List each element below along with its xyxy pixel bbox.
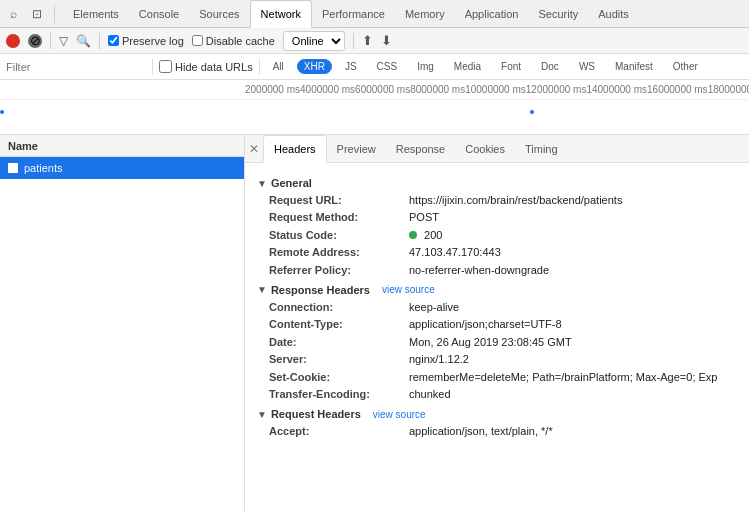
filter-media[interactable]: Media: [447, 59, 488, 74]
filter-all[interactable]: All: [266, 59, 291, 74]
field-referrer-policy: Referrer Policy: no-referrer-when-downgr…: [269, 263, 737, 278]
list-item-patients[interactable]: patients: [0, 157, 244, 179]
request-checkbox-patients: [8, 163, 18, 173]
detail-tab-preview[interactable]: Preview: [327, 135, 386, 163]
tab-audits[interactable]: Audits: [588, 0, 639, 28]
tick-6: 14000000 ms: [586, 84, 647, 95]
filter-ws[interactable]: WS: [572, 59, 602, 74]
record-button[interactable]: [6, 34, 20, 48]
tab-network[interactable]: Network: [250, 0, 312, 28]
devtools-tab-bar: ⌕ ⊡ Elements Console Sources Network Per…: [0, 0, 749, 28]
response-headers-view-source[interactable]: view source: [382, 284, 435, 295]
filter-css[interactable]: CSS: [370, 59, 405, 74]
field-name-connection: Connection:: [269, 300, 409, 315]
tick-0: 2000000 ms: [245, 84, 300, 95]
close-panel-icon[interactable]: ✕: [249, 142, 259, 156]
filter-sep2: [259, 59, 260, 75]
field-transfer-encoding: Transfer-Encoding: chunked: [269, 387, 737, 402]
filter-js[interactable]: JS: [338, 59, 364, 74]
network-toolbar: ⊘ ▽ 🔍 Preserve log Disable cache Online …: [0, 28, 749, 54]
field-value-connection: keep-alive: [409, 300, 459, 315]
tab-performance[interactable]: Performance: [312, 0, 395, 28]
field-value-remote-address: 47.103.47.170:443: [409, 245, 501, 260]
preserve-log-checkbox[interactable]: Preserve log: [108, 35, 184, 47]
tab-console[interactable]: Console: [129, 0, 189, 28]
tab-elements[interactable]: Elements: [63, 0, 129, 28]
response-headers-toggle[interactable]: ▼: [257, 284, 267, 295]
field-value-server: nginx/1.12.2: [409, 352, 469, 367]
request-name-patients: patients: [24, 162, 63, 174]
field-request-url: Request URL: https://ijixin.com/brain/re…: [269, 193, 737, 208]
device-toolbar-icon[interactable]: ⊡: [28, 5, 46, 23]
tick-2: 6000000 ms: [355, 84, 410, 95]
status-code-text: 200: [424, 229, 442, 241]
field-name-content-type: Content-Type:: [269, 317, 409, 332]
timeline-canvas: [0, 100, 749, 134]
field-value-referrer-policy: no-referrer-when-downgrade: [409, 263, 549, 278]
devtools-icons: ⌕ ⊡: [4, 5, 55, 23]
field-name-transfer-encoding: Transfer-Encoding:: [269, 387, 409, 402]
field-value-request-url: https://ijixin.com/brain/rest/backend/pa…: [409, 193, 622, 208]
filter-sep: [152, 59, 153, 75]
detail-tab-timing[interactable]: Timing: [515, 135, 568, 163]
field-accept: Accept: application/json, text/plain, */…: [269, 424, 737, 439]
detail-tab-response[interactable]: Response: [386, 135, 456, 163]
disable-cache-input[interactable]: [192, 35, 203, 46]
filter-input[interactable]: [6, 61, 146, 73]
stop-button[interactable]: ⊘: [28, 34, 42, 48]
preserve-log-input[interactable]: [108, 35, 119, 46]
filter-icon[interactable]: ▽: [59, 34, 68, 48]
request-headers-view-source[interactable]: view source: [373, 409, 426, 420]
filter-doc[interactable]: Doc: [534, 59, 566, 74]
field-value-set-cookie: rememberMe=deleteMe; Path=/brainPlatform…: [409, 370, 717, 385]
general-section-header: ▼ General: [257, 177, 737, 189]
filter-manifest[interactable]: Manifest: [608, 59, 660, 74]
field-name-server: Server:: [269, 352, 409, 367]
request-list: Name patients: [0, 135, 245, 511]
tick-5: 12000000 ms: [526, 84, 587, 95]
filter-xhr[interactable]: XHR: [297, 59, 332, 74]
field-value-content-type: application/json;charset=UTF-8: [409, 317, 562, 332]
network-throttle-select[interactable]: Online: [283, 31, 345, 51]
hide-data-urls-checkbox[interactable]: Hide data URLs: [159, 60, 253, 73]
filter-other[interactable]: Other: [666, 59, 705, 74]
general-section-label: General: [271, 177, 312, 189]
field-content-type: Content-Type: application/json;charset=U…: [269, 317, 737, 332]
inspect-element-icon[interactable]: ⌕: [4, 5, 22, 23]
field-server: Server: nginx/1.12.2: [269, 352, 737, 367]
tab-security[interactable]: Security: [528, 0, 588, 28]
tick-4: 10000000 ms: [465, 84, 526, 95]
detail-tab-cookies[interactable]: Cookies: [455, 135, 515, 163]
import-har-button[interactable]: ⬆: [362, 33, 373, 48]
tab-application[interactable]: Application: [455, 0, 529, 28]
list-header: Name: [0, 135, 244, 157]
export-har-button[interactable]: ⬇: [381, 33, 392, 48]
request-headers-toggle[interactable]: ▼: [257, 409, 267, 420]
main-content: Name patients ✕ Headers Preview Response…: [0, 135, 749, 511]
detail-tab-headers[interactable]: Headers: [263, 135, 327, 163]
field-date: Date: Mon, 26 Aug 2019 23:08:45 GMT: [269, 335, 737, 350]
field-status-code: Status Code: 200: [269, 228, 737, 243]
hide-data-urls-input[interactable]: [159, 60, 172, 73]
tick-7: 16000000 ms: [647, 84, 708, 95]
filter-bar: Hide data URLs All XHR JS CSS Img Media …: [0, 54, 749, 80]
field-value-transfer-encoding: chunked: [409, 387, 451, 402]
field-name-status-code: Status Code:: [269, 228, 409, 243]
timeline-dot-1: [0, 110, 4, 114]
field-value-status-code: 200: [409, 228, 442, 243]
disable-cache-checkbox[interactable]: Disable cache: [192, 35, 275, 47]
filter-img[interactable]: Img: [410, 59, 441, 74]
field-name-referrer-policy: Referrer Policy:: [269, 263, 409, 278]
tab-memory[interactable]: Memory: [395, 0, 455, 28]
general-toggle[interactable]: ▼: [257, 178, 267, 189]
filter-font[interactable]: Font: [494, 59, 528, 74]
request-headers-section-label: Request Headers: [271, 408, 361, 420]
detail-content: ▼ General Request URL: https://ijixin.co…: [245, 163, 749, 511]
field-value-date: Mon, 26 Aug 2019 23:08:45 GMT: [409, 335, 572, 350]
hide-data-urls-label: Hide data URLs: [175, 61, 253, 73]
field-name-remote-address: Remote Address:: [269, 245, 409, 260]
search-icon[interactable]: 🔍: [76, 34, 91, 48]
response-headers-section-header: ▼ Response Headers view source: [257, 284, 737, 296]
tick-1: 4000000 ms: [300, 84, 355, 95]
tab-sources[interactable]: Sources: [189, 0, 249, 28]
